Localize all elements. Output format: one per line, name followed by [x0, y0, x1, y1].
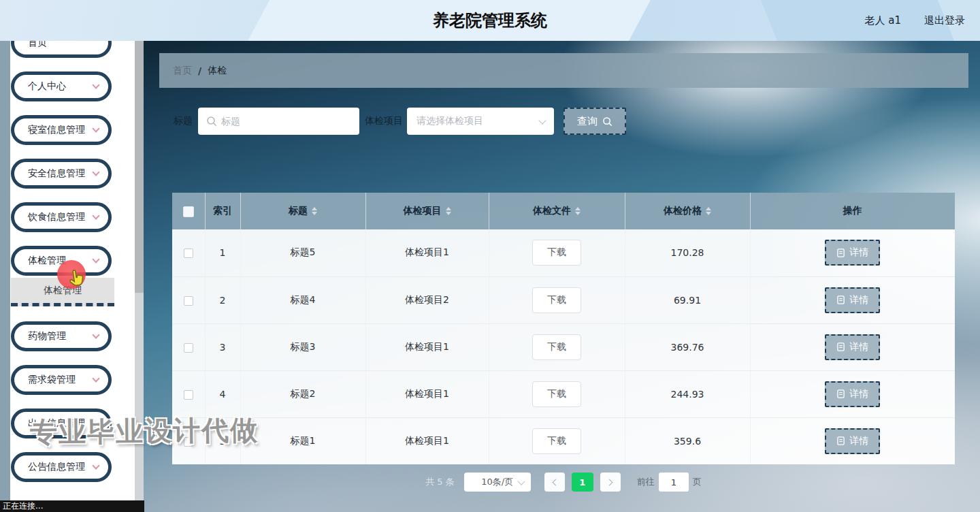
cell-title: 标题2 — [240, 370, 365, 417]
cell-price: 369.76 — [625, 323, 750, 370]
sidebar-item-demand-bag[interactable]: 需求袋管理 — [11, 365, 112, 395]
search-toolbar: 标题 体检项目 请选择体检项目 查询 — [174, 108, 626, 135]
app-title: 养老院管理系统 — [0, 10, 980, 31]
download-button[interactable]: 下载 — [532, 381, 581, 407]
page-number-active[interactable]: 1 — [572, 473, 593, 492]
sort-icon[interactable] — [446, 207, 451, 215]
search-icon — [602, 116, 612, 127]
detail-button[interactable]: 详情 — [825, 334, 880, 360]
document-icon — [836, 342, 845, 351]
cell-index: 3 — [205, 323, 240, 370]
row-checkbox[interactable] — [184, 437, 193, 447]
project-filter-label: 体检项目 — [365, 115, 403, 127]
detail-button[interactable]: 详情 — [825, 240, 880, 266]
cell-project: 体检项目1 — [365, 229, 489, 276]
page-size-select[interactable]: 10条/页 — [464, 473, 531, 492]
goto-page-input[interactable] — [659, 473, 689, 492]
document-icon — [836, 295, 845, 304]
chevron-down-icon — [92, 374, 99, 382]
cell-price: 69.91 — [625, 276, 750, 323]
next-page-button[interactable] — [600, 473, 621, 492]
chevron-down-icon — [92, 168, 99, 176]
row-checkbox[interactable] — [184, 390, 193, 400]
current-user[interactable]: 老人 a1 — [864, 14, 901, 27]
select-all-checkbox[interactable] — [183, 206, 194, 217]
cell-index: 5 — [205, 417, 240, 464]
hand-pointer-icon — [65, 267, 88, 290]
cell-title: 标题1 — [240, 417, 365, 464]
sidebar-item-announcement[interactable]: 公告信息管理 — [11, 452, 112, 482]
download-button[interactable]: 下载 — [532, 240, 581, 266]
cell-index: 1 — [205, 229, 240, 276]
table-row: 3 标题3 体检项目1 下载 369.76 详情 — [172, 323, 955, 370]
cell-project: 体检项目1 — [365, 417, 489, 464]
download-button[interactable]: 下载 — [532, 334, 581, 360]
detail-button[interactable]: 详情 — [825, 428, 880, 454]
sidebar-item-dorm-info[interactable]: 寝室信息管理 — [11, 115, 112, 145]
document-icon — [836, 436, 845, 445]
col-header-price[interactable]: 体检价格 — [625, 193, 750, 229]
detail-button[interactable]: 详情 — [825, 287, 880, 313]
cell-price: 170.28 — [625, 229, 750, 276]
col-header-action: 操作 — [750, 193, 955, 229]
breadcrumb-separator: / — [198, 65, 201, 76]
download-button[interactable]: 下载 — [532, 287, 581, 313]
sidebar-item-personal-center[interactable]: 个人中心 — [11, 71, 112, 101]
sort-icon[interactable] — [575, 207, 581, 215]
col-header-index: 索引 — [205, 193, 240, 229]
browser-status-text: 正在连接... — [0, 500, 144, 512]
cell-price: 359.6 — [625, 417, 750, 464]
breadcrumb-home[interactable]: 首页 — [173, 65, 192, 77]
chevron-down-icon — [92, 255, 99, 263]
exam-table: 索引 标题 体检项目 体检文件 体检价格 操作 1 标题5 体检项目1 下载 1… — [172, 193, 955, 464]
sidebar-item-medicine[interactable]: 药物管理 — [11, 321, 112, 351]
sidebar-item-entry-exit[interactable]: 出入信息管理 — [11, 409, 112, 438]
chevron-down-icon — [92, 462, 99, 469]
chevron-down-icon — [92, 125, 99, 132]
sidebar-menu-lower: 药物管理 需求袋管理 出入信息管理 公告信息管理 — [0, 306, 135, 482]
sidebar-scroll-thumb[interactable] — [135, 41, 144, 293]
pagination: 共 5 条 10条/页 1 前往 页 — [172, 472, 955, 492]
chevron-down-icon — [92, 331, 99, 338]
pagination-total: 共 5 条 — [425, 476, 455, 488]
app-header: 养老院管理系统 老人 a1 退出登录 — [0, 0, 980, 41]
cell-title: 标题4 — [240, 276, 365, 323]
table-row: 1 标题5 体检项目1 下载 170.28 详情 — [172, 229, 955, 276]
row-checkbox[interactable] — [184, 343, 193, 353]
prev-page-button[interactable] — [544, 473, 565, 492]
col-header-file[interactable]: 体检文件 — [489, 193, 625, 229]
chevron-down-icon — [92, 418, 99, 426]
chevron-left-icon — [552, 479, 559, 485]
table-row: 5 标题1 体检项目1 下载 359.6 详情 — [172, 417, 955, 464]
logout-link[interactable]: 退出登录 — [924, 14, 965, 27]
download-button[interactable]: 下载 — [532, 428, 581, 454]
goto-unit-label: 页 — [693, 476, 702, 488]
document-icon — [836, 389, 845, 398]
breadcrumb: 首页 / 体检 — [159, 53, 968, 88]
header-right: 老人 a1 退出登录 — [864, 0, 965, 41]
sidebar-item-safety-info[interactable]: 安全信息管理 — [11, 159, 112, 189]
cell-title: 标题5 — [240, 229, 365, 276]
col-header-title[interactable]: 标题 — [240, 193, 365, 229]
title-search-input[interactable] — [198, 108, 359, 135]
row-checkbox[interactable] — [184, 249, 193, 258]
title-filter-label: 标题 — [174, 115, 193, 127]
row-checkbox[interactable] — [184, 296, 193, 306]
cell-project: 体检项目1 — [365, 370, 489, 417]
sidebar-scrollbar[interactable] — [135, 41, 144, 500]
sort-icon[interactable] — [706, 207, 711, 215]
table-row: 2 标题4 体检项目2 下载 69.91 详情 — [172, 276, 955, 323]
query-button[interactable]: 查询 — [564, 108, 626, 135]
cell-price: 244.93 — [625, 370, 750, 417]
search-icon — [206, 116, 217, 127]
main-content: 首页 / 体检 标题 体检项目 请选择体检项目 查询 — [144, 41, 980, 512]
project-select[interactable]: 请选择体检项目 — [407, 108, 554, 135]
sort-icon[interactable] — [312, 207, 317, 215]
chevron-down-icon — [517, 477, 525, 485]
detail-button[interactable]: 详情 — [825, 381, 880, 407]
cell-index: 2 — [205, 276, 240, 323]
sidebar-item-diet-info[interactable]: 饮食信息管理 — [11, 202, 112, 232]
col-header-project[interactable]: 体检项目 — [365, 193, 489, 229]
goto-label: 前往 — [637, 476, 655, 488]
cell-project: 体检项目1 — [365, 323, 489, 370]
